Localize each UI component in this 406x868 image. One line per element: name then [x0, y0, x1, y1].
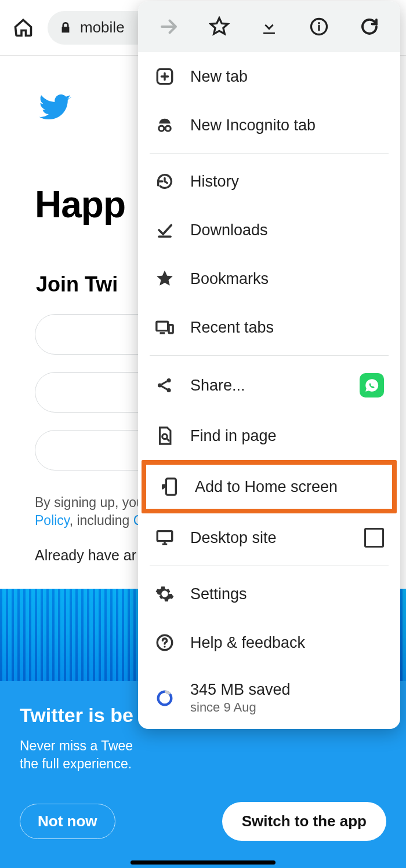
- plus-square-icon: [154, 66, 175, 87]
- menu-data-saved[interactable]: 345 MB saved since 9 Aug: [138, 667, 400, 729]
- svg-point-14: [164, 645, 165, 647]
- gear-icon: [154, 583, 175, 604]
- menu-item-label: Help & feedback: [190, 634, 384, 652]
- tutorial-highlight: Add to Home screen: [142, 460, 397, 513]
- browser-overflow-menu: New tab New Incognito tab History Downlo…: [138, 1, 400, 729]
- star-icon[interactable]: [208, 15, 231, 38]
- help-icon: [154, 632, 175, 653]
- switch-to-app-button[interactable]: Switch to the app: [222, 802, 386, 841]
- menu-find-in-page[interactable]: Find in page: [138, 411, 400, 460]
- twitter-logo-icon: [35, 90, 75, 125]
- menu-incognito[interactable]: New Incognito tab: [138, 101, 400, 149]
- menu-divider: [150, 566, 389, 566]
- menu-desktop-site[interactable]: Desktop site: [138, 513, 400, 562]
- menu-item-label: Settings: [190, 585, 384, 603]
- desktop-icon: [154, 527, 175, 548]
- star-filled-icon: [154, 268, 175, 289]
- whatsapp-icon[interactable]: [360, 373, 384, 397]
- menu-help[interactable]: Help & feedback: [138, 618, 400, 667]
- menu-item-label: Downloads: [190, 221, 384, 239]
- menu-recent-tabs[interactable]: Recent tabs: [138, 303, 400, 352]
- menu-item-label: Find in page: [190, 427, 384, 445]
- menu-item-label: Share...: [190, 377, 345, 395]
- devices-icon: [154, 317, 175, 338]
- svg-rect-6: [169, 325, 173, 333]
- find-in-page-icon: [154, 425, 175, 446]
- menu-item-label: Desktop site: [190, 529, 349, 547]
- info-icon[interactable]: [307, 15, 331, 38]
- home-indicator: [130, 860, 276, 865]
- menu-item-label: Add to Home screen: [195, 478, 379, 496]
- menu-downloads[interactable]: Downloads: [138, 206, 400, 254]
- menu-share[interactable]: Share...: [138, 359, 400, 411]
- data-saved-since: since 9 Aug: [190, 700, 384, 715]
- menu-add-to-home[interactable]: Add to Home screen: [146, 465, 392, 509]
- menu-item-label: Recent tabs: [190, 319, 384, 337]
- share-icon: [154, 375, 175, 396]
- svg-point-3: [159, 126, 164, 131]
- forward-icon[interactable]: [157, 15, 180, 38]
- menu-divider: [150, 355, 389, 356]
- policy-link[interactable]: Policy: [35, 513, 70, 528]
- svg-point-4: [165, 126, 171, 131]
- menu-top-row: [138, 1, 400, 52]
- not-now-button[interactable]: Not now: [20, 804, 115, 839]
- menu-item-label: New tab: [190, 68, 384, 86]
- menu-item-label: Bookmarks: [190, 270, 384, 288]
- svg-rect-12: [157, 531, 172, 541]
- refresh-icon[interactable]: [358, 15, 381, 38]
- add-to-home-icon: [159, 476, 180, 497]
- banner-body: Never miss a Twee the full experience.: [20, 737, 386, 773]
- menu-bookmarks[interactable]: Bookmarks: [138, 254, 400, 303]
- data-saved-amount: 345 MB saved: [190, 681, 384, 699]
- home-icon[interactable]: [12, 16, 35, 39]
- menu-new-tab[interactable]: New tab: [138, 52, 400, 101]
- svg-rect-5: [157, 322, 168, 331]
- downloads-check-icon: [154, 220, 175, 240]
- menu-history[interactable]: History: [138, 157, 400, 206]
- desktop-site-checkbox[interactable]: [364, 528, 384, 548]
- download-icon[interactable]: [258, 15, 281, 38]
- menu-item-label: New Incognito tab: [190, 116, 384, 134]
- svg-rect-11: [166, 479, 176, 495]
- svg-point-1: [318, 22, 320, 24]
- menu-settings[interactable]: Settings: [138, 570, 400, 618]
- url-text: mobile: [80, 19, 125, 37]
- menu-item-label: History: [190, 173, 384, 191]
- history-icon: [154, 171, 175, 192]
- menu-divider: [150, 153, 389, 154]
- lock-icon: [59, 21, 72, 34]
- data-saver-icon: [154, 688, 175, 709]
- incognito-icon: [154, 115, 175, 136]
